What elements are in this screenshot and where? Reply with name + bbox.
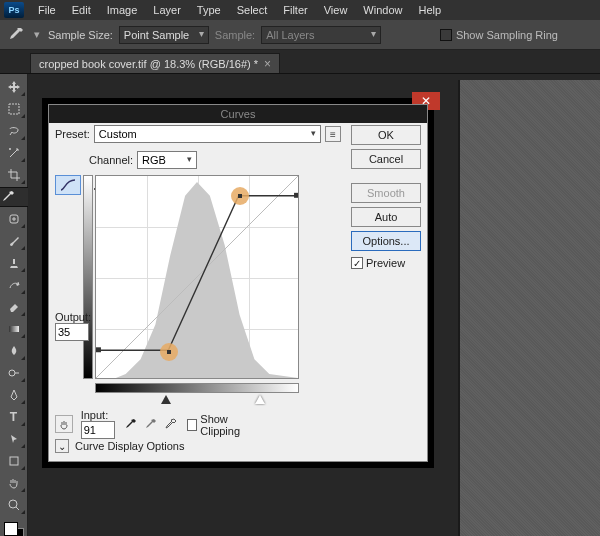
white-point-eyedropper[interactable] bbox=[163, 416, 179, 432]
auto-button[interactable]: Auto bbox=[351, 207, 421, 227]
sample-value: All Layers bbox=[266, 29, 314, 41]
close-tab-icon[interactable]: × bbox=[264, 57, 271, 71]
preset-label: Preset: bbox=[55, 128, 90, 140]
show-clipping-label: Show Clipping bbox=[200, 413, 261, 437]
output-gradient-strip bbox=[83, 175, 93, 379]
gray-point-eyedropper[interactable] bbox=[143, 416, 159, 432]
output-value: 35 bbox=[58, 326, 70, 338]
move-tool[interactable] bbox=[2, 77, 26, 97]
menu-select[interactable]: Select bbox=[229, 4, 276, 16]
sample-size-select[interactable]: Point Sample bbox=[119, 26, 209, 44]
sample-label: Sample: bbox=[215, 29, 255, 41]
preview-label: Preview bbox=[366, 257, 405, 269]
menu-window[interactable]: Window bbox=[355, 4, 410, 16]
svg-rect-3 bbox=[9, 326, 19, 332]
ok-button[interactable]: OK bbox=[351, 125, 421, 145]
dialog-titlebar[interactable]: Curves bbox=[49, 105, 427, 123]
black-point-eyedropper[interactable] bbox=[123, 416, 139, 432]
options-button[interactable]: Options... bbox=[351, 231, 421, 251]
marquee-tool[interactable] bbox=[2, 99, 26, 119]
preset-value: Custom bbox=[99, 128, 137, 140]
svg-point-1 bbox=[9, 148, 11, 150]
sampler-group bbox=[123, 416, 179, 432]
black-point-slider[interactable] bbox=[161, 395, 171, 405]
input-gradient-strip bbox=[95, 383, 299, 393]
checkbox-icon bbox=[440, 29, 452, 41]
menu-layer[interactable]: Layer bbox=[145, 4, 189, 16]
input-value: 91 bbox=[84, 424, 96, 436]
blur-tool[interactable] bbox=[2, 341, 26, 361]
clone-stamp-tool[interactable] bbox=[2, 253, 26, 273]
menu-bar: Ps File Edit Image Layer Type Select Fil… bbox=[0, 0, 600, 20]
white-point-slider[interactable] bbox=[255, 395, 265, 405]
eraser-tool[interactable] bbox=[2, 297, 26, 317]
pen-tool[interactable] bbox=[2, 385, 26, 405]
menu-edit[interactable]: Edit bbox=[64, 4, 99, 16]
shape-tool[interactable] bbox=[2, 451, 26, 471]
menu-view[interactable]: View bbox=[316, 4, 356, 16]
curve-point-shadow[interactable] bbox=[160, 343, 178, 361]
gradient-tool[interactable] bbox=[2, 319, 26, 339]
curve-point-mode-button[interactable] bbox=[55, 175, 81, 195]
document-image[interactable] bbox=[458, 80, 600, 536]
document-tab-title: cropped book cover.tif @ 18.3% (RGB/16#)… bbox=[39, 58, 258, 70]
dropdown-icon[interactable]: ▾ bbox=[32, 25, 42, 45]
input-label: Input: bbox=[81, 409, 115, 421]
document-tab-bar: cropped book cover.tif @ 18.3% (RGB/16#)… bbox=[0, 50, 600, 74]
type-tool[interactable]: T bbox=[2, 407, 26, 427]
preview-checkbox[interactable]: ✓ Preview bbox=[351, 257, 421, 269]
foreground-color-swatch[interactable] bbox=[4, 522, 18, 536]
show-clipping-checkbox[interactable]: Show Clipping bbox=[187, 413, 261, 437]
svg-point-6 bbox=[9, 500, 17, 508]
svg-rect-8 bbox=[96, 347, 101, 352]
path-selection-tool[interactable] bbox=[2, 429, 26, 449]
channel-label: Channel: bbox=[89, 154, 133, 166]
menu-file[interactable]: File bbox=[30, 4, 64, 16]
channel-value: RGB bbox=[142, 154, 166, 166]
crop-tool[interactable] bbox=[2, 165, 26, 185]
output-label: Output: bbox=[55, 311, 95, 323]
tool-palette: T bbox=[0, 74, 28, 536]
eyedropper-icon bbox=[6, 25, 26, 45]
sample-size-label: Sample Size: bbox=[48, 29, 113, 41]
menu-type[interactable]: Type bbox=[189, 4, 229, 16]
color-swatches[interactable] bbox=[2, 520, 26, 536]
dialog-title: Curves bbox=[221, 108, 256, 120]
lasso-tool[interactable] bbox=[2, 121, 26, 141]
preset-select[interactable]: Custom bbox=[94, 125, 321, 143]
healing-brush-tool[interactable] bbox=[2, 209, 26, 229]
dodge-tool[interactable] bbox=[2, 363, 26, 383]
checkbox-checked-icon: ✓ bbox=[351, 257, 363, 269]
preset-menu-icon[interactable]: ≡ bbox=[325, 126, 341, 142]
svg-point-4 bbox=[9, 370, 15, 376]
cancel-button[interactable]: Cancel bbox=[351, 149, 421, 169]
hand-tool[interactable] bbox=[2, 473, 26, 493]
checkbox-icon bbox=[187, 419, 198, 431]
zoom-tool[interactable] bbox=[2, 495, 26, 515]
magic-wand-tool[interactable] bbox=[2, 143, 26, 163]
output-input[interactable]: 35 bbox=[55, 323, 89, 341]
curve-graph[interactable] bbox=[95, 175, 299, 379]
svg-rect-9 bbox=[294, 193, 298, 198]
input-input[interactable]: 91 bbox=[81, 421, 115, 439]
curves-dialog: ✕ Curves Preset: Custom ≡ Channel: RGB bbox=[42, 98, 434, 468]
svg-rect-0 bbox=[9, 104, 19, 114]
brush-tool[interactable] bbox=[2, 231, 26, 251]
on-image-adjust-button[interactable] bbox=[55, 415, 73, 433]
svg-rect-5 bbox=[10, 457, 18, 465]
channel-select[interactable]: RGB bbox=[137, 151, 197, 169]
show-sampling-ring-label: Show Sampling Ring bbox=[456, 29, 558, 41]
sample-size-value: Point Sample bbox=[124, 29, 189, 41]
history-brush-tool[interactable] bbox=[2, 275, 26, 295]
app-logo: Ps bbox=[4, 2, 24, 18]
curve-line bbox=[96, 176, 298, 378]
menu-image[interactable]: Image bbox=[99, 4, 146, 16]
menu-help[interactable]: Help bbox=[410, 4, 449, 16]
expand-curve-options-button[interactable]: ⌄ bbox=[55, 439, 69, 453]
menu-filter[interactable]: Filter bbox=[275, 4, 315, 16]
curve-point-highlight[interactable] bbox=[231, 187, 249, 205]
smooth-button[interactable]: Smooth bbox=[351, 183, 421, 203]
show-sampling-ring-checkbox[interactable]: Show Sampling Ring bbox=[440, 29, 558, 41]
sample-select[interactable]: All Layers bbox=[261, 26, 381, 44]
document-tab[interactable]: cropped book cover.tif @ 18.3% (RGB/16#)… bbox=[30, 53, 280, 73]
